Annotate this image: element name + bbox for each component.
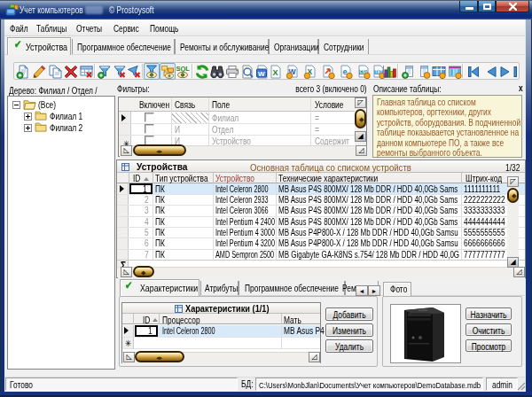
svg-text:W: W [258, 70, 265, 78]
svg-text:X: X [273, 68, 278, 77]
svg-text:SQL: SQL [176, 65, 191, 73]
